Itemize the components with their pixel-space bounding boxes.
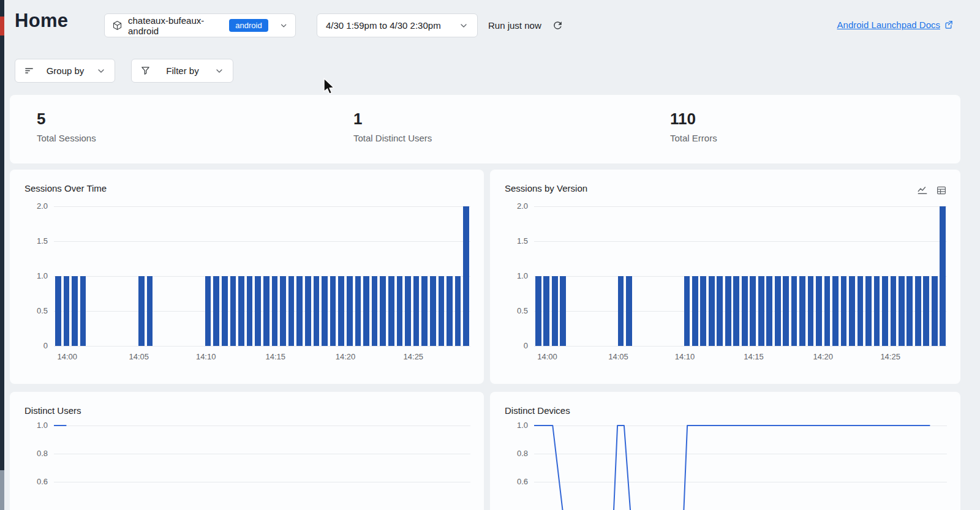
y-axis-tick: 0.8 <box>22 448 48 459</box>
bar <box>439 276 445 346</box>
app-name-label: chateaux-bufeaux-android <box>128 15 224 36</box>
x-axis-tick: 14:00 <box>537 352 557 361</box>
table-icon[interactable] <box>936 185 947 196</box>
bar <box>552 276 558 346</box>
y-axis-tick: 1.0 <box>502 420 528 431</box>
bar <box>899 276 905 346</box>
bar <box>288 276 295 346</box>
chart-title: Sessions by Version <box>505 183 587 193</box>
x-axis-tick: 14:20 <box>813 352 834 361</box>
bar <box>535 276 541 346</box>
bar <box>709 276 715 346</box>
dashboard-page: Home chateaux-bufeaux-android android 4/… <box>0 0 980 510</box>
bar <box>405 276 411 346</box>
app-selector-dropdown[interactable]: chateaux-bufeaux-android android <box>104 13 296 37</box>
line-chart-icon[interactable] <box>917 185 928 196</box>
bar <box>447 276 453 346</box>
bar <box>380 276 386 346</box>
chart-title: Sessions Over Time <box>24 183 107 193</box>
bar <box>824 276 831 346</box>
y-axis-tick: 2.0 <box>502 201 528 212</box>
bar <box>330 276 336 346</box>
bar <box>305 276 311 346</box>
bar <box>80 276 86 346</box>
y-axis-tick: 1.5 <box>502 236 528 247</box>
bar <box>138 276 145 346</box>
x-axis-tick: 14:00 <box>57 352 77 361</box>
bar <box>222 276 228 346</box>
y-axis-tick: 1.0 <box>22 420 48 431</box>
x-axis-tick: 14:20 <box>336 352 356 361</box>
external-link-icon <box>944 20 953 29</box>
platform-badge: android <box>229 19 268 32</box>
x-axis-tick: 14:15 <box>744 352 764 361</box>
distinct-users-chart: 1.00.80.6 <box>54 426 470 510</box>
bar <box>907 276 913 346</box>
bar <box>725 276 731 346</box>
bar <box>684 276 690 346</box>
bar <box>72 276 78 346</box>
stat-label: Total Sessions <box>37 133 96 143</box>
bar <box>849 276 855 346</box>
bar <box>808 276 814 346</box>
stat-value: 1 <box>353 110 432 128</box>
line-series <box>54 426 470 510</box>
x-axis-tick: 14:15 <box>265 352 285 361</box>
bar <box>915 276 921 346</box>
bar <box>766 276 772 346</box>
bar <box>618 276 624 346</box>
bar <box>147 276 153 346</box>
bar <box>758 276 764 346</box>
date-range-dropdown[interactable]: 4/30 1:59pm to 4/30 2:30pm <box>317 13 478 37</box>
x-axis-tick: 14:05 <box>608 352 628 361</box>
sessions-by-version-chart: 2.01.51.00.5014:0014:0514:1014:1514:2014… <box>534 206 947 346</box>
stat-label: Total Distinct Users <box>353 133 432 143</box>
bar <box>314 276 320 346</box>
bar <box>430 276 436 346</box>
bar <box>463 206 469 346</box>
bar <box>626 276 632 346</box>
y-axis-tick: 0.5 <box>22 306 48 317</box>
page-title: Home <box>15 10 68 32</box>
bar <box>742 276 748 346</box>
stat-total-sessions: 5 Total Sessions <box>37 110 96 143</box>
refresh-icon[interactable] <box>552 20 564 31</box>
bar <box>882 276 888 346</box>
x-axis-tick: 14:25 <box>404 352 424 361</box>
bar <box>272 276 278 346</box>
y-axis-tick: 1.5 <box>22 236 48 247</box>
x-axis-tick: 14:10 <box>196 352 216 361</box>
bar <box>865 276 872 346</box>
bar <box>238 276 244 346</box>
bar <box>816 276 822 346</box>
docs-link-label: Android Launchpad Docs <box>837 20 940 30</box>
group-by-button[interactable]: Group by <box>15 59 115 83</box>
bar <box>799 276 805 346</box>
mouse-cursor <box>323 78 336 95</box>
sidebar-edge <box>0 0 4 510</box>
bar <box>932 276 938 346</box>
filter-by-button[interactable]: Filter by <box>131 59 233 83</box>
bar <box>783 276 789 346</box>
stat-label: Total Errors <box>670 133 717 143</box>
x-axis-tick: 14:05 <box>129 352 149 361</box>
y-axis-tick: 0 <box>502 340 528 351</box>
line-series <box>534 426 947 510</box>
bar <box>543 276 549 346</box>
bar <box>247 276 253 346</box>
bar <box>874 276 880 346</box>
bar <box>560 276 566 346</box>
chevron-down-icon <box>96 66 106 76</box>
bar <box>263 276 270 346</box>
bar <box>791 276 797 346</box>
docs-link[interactable]: Android Launchpad Docs <box>837 20 953 30</box>
run-status-label: Run just now <box>488 20 541 31</box>
sessions-over-time-chart: 2.01.51.00.5014:0014:0514:1014:1514:2014… <box>54 206 470 346</box>
bar <box>413 276 420 346</box>
x-axis-tick: 14:25 <box>880 352 900 361</box>
chart-title: Distinct Devices <box>505 405 570 416</box>
bar <box>750 276 756 346</box>
y-axis-tick: 0.6 <box>502 476 528 487</box>
bar <box>388 276 394 346</box>
filter-by-label: Filter by <box>166 66 198 76</box>
